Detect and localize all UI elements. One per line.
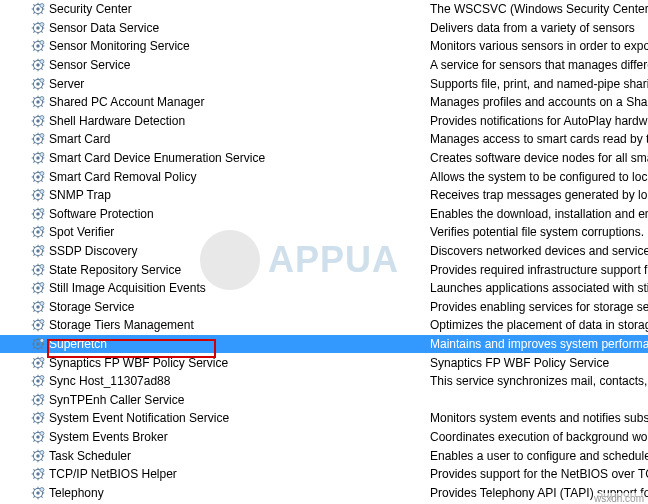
service-name-cell: Security Center [0, 2, 430, 16]
svg-line-30 [33, 50, 34, 51]
service-name-cell: Synaptics FP WBF Policy Service [0, 356, 430, 370]
gear-icon [31, 318, 45, 332]
service-name-cell: Storage Tiers Management [0, 318, 430, 332]
service-description: Coordinates execution of background work… [430, 430, 648, 444]
svg-line-117 [41, 198, 42, 199]
svg-line-173 [33, 291, 34, 292]
service-description: Manages profiles and accounts on a Share… [430, 95, 648, 109]
service-name-cell: Shared PC Account Manager [0, 95, 430, 109]
service-row[interactable]: TCP/IP NetBIOS HelperProvides support fo… [0, 465, 648, 484]
svg-line-83 [33, 135, 34, 136]
svg-line-40 [41, 68, 42, 69]
svg-line-116 [33, 191, 34, 192]
service-description: Provides enabling services for storage s… [430, 300, 648, 314]
svg-line-182 [33, 302, 34, 303]
svg-point-12 [36, 26, 40, 30]
service-row[interactable]: Smart Card Device Enumeration ServiceCre… [0, 149, 648, 168]
svg-line-228 [33, 384, 34, 385]
svg-line-216 [41, 366, 42, 367]
svg-line-184 [33, 310, 34, 311]
svg-line-85 [33, 143, 34, 144]
gear-icon [31, 374, 45, 388]
gear-icon [31, 486, 45, 500]
service-row[interactable]: TelephonyProvides Telephony API (TAPI) s… [0, 483, 648, 502]
svg-point-87 [40, 134, 44, 138]
service-row[interactable]: Shared PC Account ManagerManages profile… [0, 93, 648, 112]
svg-point-263 [40, 431, 44, 435]
svg-line-94 [33, 153, 34, 154]
svg-line-129 [33, 217, 34, 218]
service-row[interactable]: Storage Tiers ManagementOptimizes the pl… [0, 316, 648, 335]
svg-point-199 [36, 342, 40, 346]
svg-line-206 [33, 347, 34, 348]
gear-icon [31, 411, 45, 425]
svg-line-171 [33, 284, 34, 285]
svg-line-194 [41, 329, 42, 330]
service-row[interactable]: Sensor ServiceA service for sensors that… [0, 56, 648, 75]
services-list[interactable]: Security CenterThe WSCSVC (Windows Secur… [0, 0, 648, 502]
service-row[interactable]: System Events BrokerCoordinates executio… [0, 428, 648, 447]
svg-line-150 [41, 254, 42, 255]
service-row[interactable]: SuperfetchMaintains and improves system … [0, 335, 648, 354]
service-row[interactable]: System Event Notification ServiceMonitor… [0, 409, 648, 428]
service-row[interactable]: Synaptics FP WBF Policy ServiceSynaptics… [0, 353, 648, 372]
svg-line-39 [33, 61, 34, 62]
service-row[interactable]: Sensor Monitoring ServiceMonitors variou… [0, 37, 648, 56]
svg-point-155 [36, 268, 40, 272]
service-row[interactable]: Storage ServiceProvides enabling service… [0, 298, 648, 317]
service-row[interactable]: Smart CardManages access to smart cards … [0, 130, 648, 149]
svg-line-259 [33, 432, 34, 433]
gear-icon [31, 188, 45, 202]
service-row[interactable]: Sensor Data ServiceDelivers data from a … [0, 19, 648, 38]
service-name: Telephony [49, 486, 104, 500]
service-name: Smart Card [49, 132, 110, 146]
service-name: State Repository Service [49, 263, 181, 277]
service-row[interactable]: ServerSupports file, print, and named-pi… [0, 74, 648, 93]
service-row[interactable]: Smart Card Removal PolicyAllows the syst… [0, 167, 648, 186]
service-name-cell: SynTPEnh Caller Service [0, 393, 430, 407]
source-watermark: wsxdn.com [594, 493, 644, 504]
service-row[interactable]: SSDP DiscoveryDiscovers networked device… [0, 242, 648, 261]
service-name-cell: Sensor Service [0, 58, 430, 72]
svg-point-45 [36, 82, 40, 86]
service-row[interactable]: Software ProtectionEnables the download,… [0, 205, 648, 224]
svg-point-34 [36, 63, 40, 67]
service-description: Monitors system events and notifies subs… [430, 411, 648, 425]
service-description: Enables a user to configure and schedule… [430, 449, 648, 463]
svg-line-50 [33, 79, 34, 80]
gear-icon [31, 170, 45, 184]
service-name-cell: System Event Notification Service [0, 411, 430, 425]
service-name: Sync Host_11307ad88 [49, 374, 170, 388]
service-description: Synaptics FP WBF Policy Service [430, 356, 648, 370]
service-row[interactable]: Spot VerifierVerifies potential file sys… [0, 223, 648, 242]
service-row[interactable]: Task SchedulerEnables a user to configur… [0, 446, 648, 465]
service-row[interactable]: Sync Host_11307ad88This service synchron… [0, 372, 648, 391]
svg-point-32 [40, 41, 44, 45]
svg-line-8 [33, 12, 34, 13]
svg-point-1 [36, 8, 40, 12]
svg-line-292 [33, 488, 34, 489]
gear-icon [31, 77, 45, 91]
service-name-cell: System Events Broker [0, 430, 430, 444]
gear-icon [31, 39, 45, 53]
svg-line-172 [41, 291, 42, 292]
gear-icon [31, 151, 45, 165]
service-name-cell: Sensor Monitoring Service [0, 39, 430, 53]
service-row[interactable]: Still Image Acquisition EventsLaunches a… [0, 279, 648, 298]
svg-line-149 [33, 246, 34, 247]
service-row[interactable]: Shell Hardware DetectionProvides notific… [0, 112, 648, 131]
svg-line-183 [41, 310, 42, 311]
svg-point-78 [36, 138, 40, 142]
gear-icon [31, 337, 45, 351]
service-name: System Events Broker [49, 430, 168, 444]
svg-line-139 [41, 236, 42, 237]
service-description: Optimizes the placement of data in stora… [430, 318, 648, 332]
svg-point-221 [36, 379, 40, 383]
svg-line-272 [33, 459, 34, 460]
svg-line-193 [33, 321, 34, 322]
service-row[interactable]: State Repository ServiceProvides require… [0, 260, 648, 279]
service-name: Sensor Service [49, 58, 130, 72]
service-row[interactable]: SNMP TrapReceives trap messages generate… [0, 186, 648, 205]
service-row[interactable]: Security CenterThe WSCSVC (Windows Secur… [0, 0, 648, 19]
service-row[interactable]: SynTPEnh Caller Service [0, 390, 648, 409]
